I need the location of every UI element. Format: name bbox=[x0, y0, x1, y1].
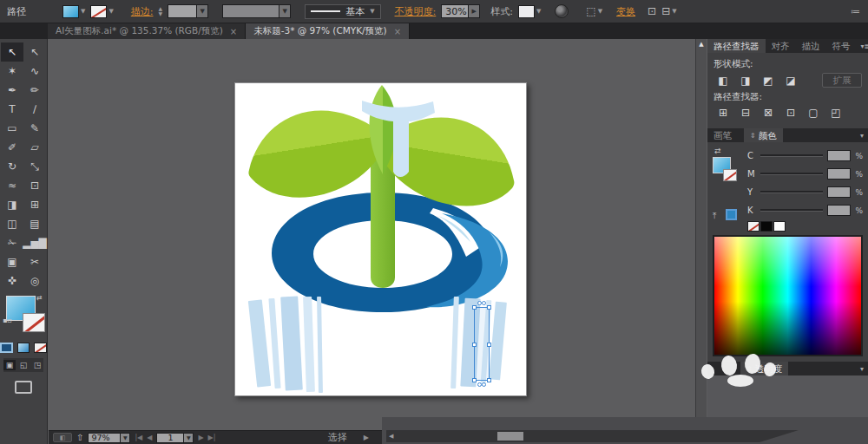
anchor-handle[interactable] bbox=[487, 378, 491, 382]
pen-tool[interactable]: ✒ bbox=[1, 81, 23, 100]
document-tab[interactable]: AI矢量图标.ai* @ 135.37% (RGB/预览) × bbox=[48, 23, 246, 39]
tab-symbols[interactable]: 符号 bbox=[826, 39, 857, 53]
align-icon[interactable]: ⊡ bbox=[648, 5, 656, 17]
vertical-scrollbar[interactable]: ▲ bbox=[695, 39, 707, 417]
selection-bounding-box[interactable] bbox=[474, 307, 490, 381]
free-transform-tool[interactable]: ⊡ bbox=[23, 176, 46, 195]
default-fill-stroke-icon[interactable]: ▪▫ bbox=[3, 317, 12, 324]
black-swatch[interactable] bbox=[760, 221, 773, 232]
screen-mode-button[interactable] bbox=[15, 381, 32, 394]
width-profile-control[interactable]: ▼ bbox=[222, 4, 291, 18]
channel-slider[interactable] bbox=[760, 173, 823, 175]
line-segment-tool[interactable]: ∕ bbox=[23, 100, 46, 119]
select-similar-icon[interactable]: ⬚ bbox=[586, 5, 595, 17]
recolor-artwork-icon[interactable] bbox=[555, 4, 569, 18]
color-button[interactable] bbox=[0, 343, 13, 353]
tab-stroke[interactable]: 描边 bbox=[796, 39, 826, 53]
channel-value-field[interactable] bbox=[827, 186, 851, 198]
mesh-tool[interactable]: ◫ bbox=[1, 214, 23, 233]
chevron-down-icon[interactable]: ▼ bbox=[279, 4, 291, 18]
panel-menu-icon[interactable]: ▾ bbox=[856, 128, 868, 142]
panel-menu-icon[interactable]: ▾ bbox=[856, 362, 868, 375]
width-profile-field[interactable] bbox=[222, 4, 279, 18]
chevron-down-icon[interactable]: ▼ bbox=[197, 4, 208, 18]
pencil-tool[interactable]: ✐ bbox=[1, 138, 23, 157]
minus-front-icon[interactable]: ◨ bbox=[736, 74, 755, 88]
draw-normal-icon[interactable]: ▣ bbox=[3, 360, 16, 370]
minus-back-icon[interactable]: ◰ bbox=[826, 106, 845, 120]
channel-slider[interactable] bbox=[760, 154, 823, 157]
collapse-icon[interactable]: ⇕ bbox=[750, 132, 756, 140]
stroke-weight-field[interactable] bbox=[168, 4, 197, 18]
chevron-down-icon[interactable]: ▼ bbox=[81, 8, 85, 15]
opacity-control[interactable]: 30% ▶ bbox=[441, 4, 480, 18]
crop-icon[interactable]: ⊡ bbox=[781, 106, 800, 120]
draw-behind-icon[interactable]: ◱ bbox=[17, 360, 30, 370]
status-expand-icon[interactable]: ▶ bbox=[364, 434, 369, 441]
eyedropper-tool[interactable]: ✁ bbox=[1, 233, 23, 252]
chevron-down-icon[interactable]: ▼ bbox=[370, 8, 374, 15]
style-control[interactable]: ▼ bbox=[518, 5, 541, 18]
stroke-proxy[interactable] bbox=[23, 313, 45, 332]
scroll-up-icon[interactable]: ▲ bbox=[696, 41, 707, 48]
channel-value-field[interactable] bbox=[827, 150, 851, 161]
tab-pathfinder[interactable]: 路径查找器 bbox=[707, 39, 766, 53]
lasso-tool[interactable]: ∿ bbox=[23, 62, 46, 81]
stroke-color-control[interactable]: ▼ bbox=[90, 5, 113, 18]
unite-icon[interactable]: ◧ bbox=[713, 74, 733, 88]
color-spectrum[interactable] bbox=[713, 235, 863, 356]
direct-selection-tool[interactable]: ↖ bbox=[23, 42, 46, 62]
gradient-button[interactable] bbox=[17, 343, 30, 353]
next-artboard-icon[interactable]: ▶ bbox=[198, 434, 203, 441]
expand-button[interactable]: 扩展 bbox=[822, 73, 862, 88]
perspective-grid-tool[interactable]: ⊞ bbox=[23, 195, 46, 214]
select-similar-control[interactable]: ⬚ ▼ bbox=[586, 5, 602, 17]
artboard-nav-control[interactable]: 1 ▼ bbox=[156, 433, 194, 443]
stroke-swatch[interactable] bbox=[90, 5, 107, 18]
channel-value-field[interactable] bbox=[827, 205, 851, 216]
close-icon[interactable]: × bbox=[394, 27, 401, 36]
selection-tool[interactable]: ↖ bbox=[1, 42, 23, 62]
outline-icon[interactable]: ▢ bbox=[804, 106, 823, 120]
anchor-point[interactable] bbox=[482, 382, 486, 387]
artboard-number[interactable]: 1 bbox=[156, 433, 184, 443]
distribute-icon[interactable]: ⊟ bbox=[661, 5, 670, 17]
tab-brushes[interactable]: 画笔 bbox=[707, 128, 744, 142]
gradient-tool[interactable]: ▤ bbox=[23, 214, 46, 233]
export-icon[interactable]: ⇧ bbox=[76, 433, 83, 442]
stroke-weight-control[interactable]: ▼ bbox=[168, 4, 208, 18]
stroke-link[interactable]: 描边: bbox=[131, 5, 154, 18]
canvas-area[interactable] bbox=[49, 39, 694, 417]
swap-fill-stroke-icon[interactable]: ⇄ bbox=[36, 294, 43, 302]
white-swatch[interactable] bbox=[773, 221, 786, 232]
chevron-down-icon[interactable]: ▼ bbox=[121, 433, 130, 443]
channel-slider[interactable] bbox=[760, 209, 823, 212]
chevron-down-icon[interactable]: ▼ bbox=[536, 8, 541, 15]
paintbrush-tool[interactable]: ✎ bbox=[23, 119, 46, 138]
last-artboard-icon[interactable]: ▶| bbox=[208, 434, 216, 441]
brush-definition-control[interactable]: 基本 ▼ bbox=[305, 4, 380, 19]
zoom-control[interactable]: 97% ▼ bbox=[88, 433, 130, 443]
opacity-field[interactable]: 30% bbox=[441, 4, 469, 18]
invert-icon[interactable]: ⤒ bbox=[713, 211, 716, 221]
slice-tool[interactable]: ✂ bbox=[23, 252, 46, 271]
close-icon[interactable]: × bbox=[230, 27, 237, 36]
artboard-tool[interactable]: ▣ bbox=[1, 252, 23, 271]
intersect-icon[interactable]: ◩ bbox=[759, 74, 778, 88]
channel-value-field[interactable] bbox=[827, 168, 851, 180]
trim-icon[interactable]: ⊟ bbox=[736, 106, 755, 120]
rectangle-tool[interactable]: ▭ bbox=[1, 119, 23, 138]
exclude-icon[interactable]: ◪ bbox=[781, 74, 800, 88]
fill-swatch[interactable] bbox=[62, 5, 79, 18]
chevron-down-icon[interactable]: ▼ bbox=[108, 8, 113, 15]
last-color-swatch[interactable] bbox=[726, 209, 737, 220]
stroke-weight-stepper[interactable]: ▲ ▼ bbox=[159, 6, 163, 16]
none-swatch[interactable] bbox=[747, 221, 760, 232]
width-tool[interactable]: ≈ bbox=[1, 176, 23, 195]
transform-link[interactable]: 变换 bbox=[616, 5, 635, 18]
status-toggle-icon[interactable]: ◧ bbox=[53, 433, 72, 442]
fill-color-control[interactable]: ▼ bbox=[62, 5, 85, 18]
swap-fill-stroke-icon[interactable]: ⇄ bbox=[714, 147, 721, 155]
document-tab-active[interactable]: 未标题-3* @ 97% (CMYK/预览) × bbox=[246, 23, 410, 39]
anchor-handle[interactable] bbox=[487, 305, 491, 310]
